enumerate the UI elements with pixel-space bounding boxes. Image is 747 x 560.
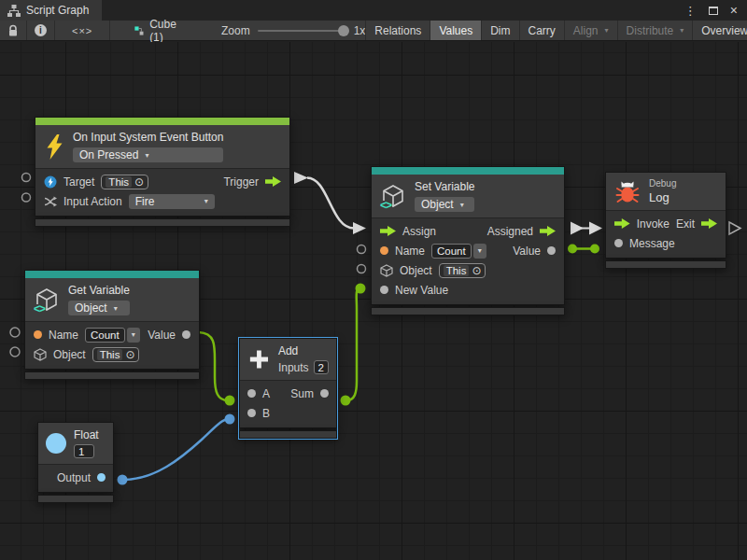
variable-kind-dropdown[interactable]: Object ▾ [68,301,130,315]
name-label: Name [395,245,425,258]
event-mode-dropdown[interactable]: On Pressed ▾ [73,147,223,162]
node-footer [37,495,114,503]
unconnected-flow-port[interactable] [729,222,740,234]
flow-wire-end-arrow[interactable] [353,222,366,234]
node-title: Set Variable [415,180,474,193]
string-input-port[interactable] [34,330,42,339]
flow-input-port[interactable] [380,226,396,236]
node-on-input-system-event-button[interactable]: On Input System Event Button On Pressed … [35,117,290,227]
node-footer [24,371,200,380]
object-chip[interactable]: This ⊙ [92,347,140,362]
target-picker-icon: ⊙ [125,349,134,360]
sum-output-port[interactable] [320,389,329,398]
assigned-label: Assigned [487,225,533,238]
variable-cube-icon: <> [35,287,59,312]
wire-getvalue-to-a[interactable] [199,332,228,400]
inputs-count-field[interactable]: 2 [314,360,329,374]
node-footer [35,218,290,227]
node-set-variable[interactable]: <> Set Variable Object ▾ Assign Assigned [371,166,565,315]
object-label: Object [400,264,432,277]
output-port[interactable] [97,473,106,482]
target-picker-icon: ⊙ [472,265,481,276]
gameobject-event-icon [44,175,57,189]
lightning-bolt-icon [45,134,63,160]
value-output-port[interactable] [547,246,556,255]
object-label: Object [53,348,86,361]
new-value-input-port[interactable] [380,286,388,294]
port-row-output: Output [38,468,113,487]
wire-sum-to-newvalue[interactable] [346,288,360,400]
node-accent-bar [372,167,564,175]
variable-kind-dropdown[interactable]: Object ▾ [415,197,474,212]
flow-input-port[interactable] [614,218,630,229]
output-label: Output [57,471,91,484]
inputs-label: Inputs [278,361,309,374]
wire-end-dot[interactable] [225,414,235,425]
chevron-down-icon: ▾ [204,197,208,205]
wire-invoke-arrow[interactable] [589,222,602,235]
port-row-input-action: Input Action Fire ▾ [35,191,289,211]
target-object-chip[interactable]: This ⊙ [101,175,148,189]
unity-script-graph-window: { "tab_bar": { "tab_title": "Script Grap… [0,0,747,560]
new-value-label: New Value [395,284,448,297]
chevron-down-icon: ▾ [114,304,118,313]
object-chip[interactable]: This ⊙ [439,263,486,278]
unconnected-port[interactable] [22,193,31,202]
wire-end-dot[interactable] [356,284,366,294]
assign-label: Assign [402,225,436,238]
node-get-variable[interactable]: <> Get Variable Object ▾ Name Count ▾ Va… [24,270,200,380]
node-add[interactable]: Add Inputs 2 A Sum B [239,338,337,439]
value-label: Value [513,245,541,258]
chevron-down-icon: ▾ [145,151,148,160]
a-input-port[interactable] [247,389,256,398]
node-debug-log[interactable]: Debug Log Invoke Exit Message [605,172,726,269]
variable-name-dropdown[interactable]: Count ▾ [85,328,140,343]
wire-end-dot[interactable] [341,396,351,406]
message-label: Message [629,237,675,250]
value-output-port[interactable] [182,330,190,339]
node-title: Float [74,428,99,441]
input-action-dropdown[interactable]: Fire ▾ [129,194,215,209]
node-footer [371,307,565,315]
port-row-assign: Assign Assigned [372,221,564,241]
unconnected-port[interactable] [358,245,366,254]
float-value-field[interactable]: 1 [74,444,94,458]
port-row-target: Target This ⊙ Trigger [35,172,289,191]
node-title: Get Variable [68,284,130,297]
unconnected-port[interactable] [358,265,366,273]
variable-name-dropdown[interactable]: Count ▾ [431,244,486,259]
wire-end-dot[interactable] [568,245,577,254]
exit-label: Exit [676,217,695,231]
wire-end-dot[interactable] [590,245,599,254]
trigger-label: Trigger [223,175,259,189]
port-row-new-value: New Value [372,280,564,300]
wire-end-dot[interactable] [118,475,128,485]
gameobject-port-icon[interactable] [380,264,393,277]
wire-trigger-to-assign[interactable] [307,178,354,229]
input-action-icon [44,196,57,207]
message-input-port[interactable] [614,239,623,247]
variable-cube-icon: <> [381,184,405,208]
flow-wire-start-arrow[interactable] [294,172,308,184]
value-label: Value [148,329,176,342]
port-row-object: Object This ⊙ [25,344,199,364]
wire-float-to-b[interactable] [123,419,229,480]
node-float[interactable]: Float 1 Output [37,422,114,503]
port-row-invoke: Invoke Exit [606,214,726,233]
flow-output-port[interactable] [701,218,717,229]
flow-output-port[interactable] [265,176,281,187]
unconnected-port[interactable] [10,347,20,357]
unconnected-port[interactable] [10,328,20,337]
node-title: On Input System Event Button [73,131,223,144]
plus-icon [247,347,271,371]
wire-end-dot[interactable] [225,396,235,406]
unconnected-port[interactable] [22,174,31,182]
node-accent-bar [35,118,289,125]
gameobject-port-icon[interactable] [34,348,47,361]
b-input-port[interactable] [247,409,256,417]
flow-output-port[interactable] [540,226,556,236]
a-label: A [262,387,270,400]
b-label: B [262,407,270,420]
string-input-port[interactable] [380,246,388,255]
port-row-message: Message [606,233,726,253]
